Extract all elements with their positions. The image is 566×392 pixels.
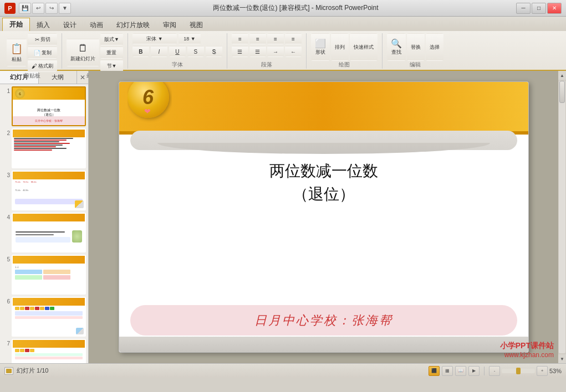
customize-button[interactable]: ▼ (59, 3, 71, 14)
zoom-slider-thumb (516, 368, 521, 374)
bullets-button[interactable]: ☰ (232, 46, 248, 57)
status-right: ⬛ ▦ 📖 ▶ - + 53% (429, 366, 562, 376)
align-center-button[interactable]: ≡ (249, 33, 266, 44)
font-label: 字体 (132, 61, 222, 69)
normal-view-button[interactable]: ⬛ (429, 366, 440, 376)
slide-img-4 (12, 213, 86, 252)
slides-list: 1 6 两位数减一位数（退位） 日月中心学校：张海帮 2 (0, 84, 88, 363)
outdent-button[interactable]: ← (285, 46, 302, 57)
numbering-button[interactable]: ☰ (249, 46, 266, 57)
slide-img-2 (12, 128, 86, 168)
slide4-mini-content (14, 221, 84, 251)
close-button[interactable]: ✕ (547, 3, 562, 14)
slide7-mini-content (14, 348, 84, 363)
ribbon-tabs: 开始 插入 设计 动画 幻灯片放映 审阅 视图 (0, 17, 566, 31)
underline-button[interactable]: U (169, 46, 186, 57)
slide-img-7 (12, 339, 86, 363)
tab-insert[interactable]: 插入 (30, 19, 57, 31)
italic-button[interactable]: I (151, 46, 167, 57)
cut-button[interactable]: ✂ 剪切 (28, 33, 57, 45)
new-slide-icon: 🗒 (78, 43, 88, 54)
tab-animation[interactable]: 动画 (83, 19, 110, 31)
replace-button[interactable]: 替换 (407, 33, 425, 61)
new-slide-button[interactable]: 🗒 新建幻灯片 (67, 39, 99, 66)
paste-button[interactable]: 📋 粘贴 (7, 39, 27, 66)
slide3-mini-content: 71-4= 72-5= 60-4= 71-4= 42-8= (14, 179, 84, 209)
slide-thumb-1[interactable]: 1 6 两位数减一位数（退位） 日月中心学校：张海帮 (2, 86, 86, 126)
reading-view-button[interactable]: 📖 (455, 366, 466, 376)
paste-icon: 📋 (11, 43, 23, 55)
zoom-control: - + 53% (489, 366, 562, 376)
layout-button[interactable]: 版式▼ (100, 33, 123, 45)
save-button[interactable]: 💾 (19, 3, 31, 14)
main-area: 幻灯片 大纲 ✕ 1 6 两位数减一位数（退位） 日月中心学校：张海帮 (0, 71, 566, 363)
slide-bottom-curve (119, 337, 528, 352)
minimize-button[interactable]: ─ (516, 3, 531, 14)
undo-button[interactable]: ↩ (32, 3, 44, 14)
slide-panel: 幻灯片 大纲 ✕ 1 6 两位数减一位数（退位） 日月中心学校：张海帮 (0, 71, 89, 363)
tab-design[interactable]: 设计 (57, 19, 83, 31)
section-button[interactable]: 节▼ (100, 60, 123, 72)
slide-title-line2: （退位） (119, 183, 528, 206)
tab-start[interactable]: 开始 (2, 18, 30, 31)
main-slide[interactable]: 🚀 6 ❤ 两位数减一位数 （退位） (119, 81, 529, 353)
drawing-buttons: ⬜ 形状 排列 快速样式 (311, 33, 378, 61)
slide-thumb-4[interactable]: 4 (2, 213, 86, 252)
tab-review[interactable]: 审阅 (156, 19, 183, 31)
zoom-in-button[interactable]: + (537, 366, 548, 376)
slide-thumb-3[interactable]: 3 71-4= 72-5= 60-4= 71-4= 42-8= (2, 171, 86, 210)
find-button[interactable]: 🔍 查找 (387, 33, 406, 61)
font-size-select[interactable]: 18 ▼ (179, 33, 201, 44)
slide-thumb-7[interactable]: 7 (2, 339, 86, 363)
editing-label: 编辑 (387, 61, 443, 69)
title-bar: P 💾 ↩ ↪ ▼ 两位数减一位数(退位) [兼容模式] - Microsoft… (0, 0, 566, 17)
reset-button[interactable]: 重置 (100, 47, 123, 59)
scroll-up-button[interactable]: ▲ (558, 71, 566, 80)
tab-view[interactable]: 视图 (183, 19, 210, 31)
slide2-mini-content (14, 137, 84, 167)
shadow-button[interactable]: S (206, 46, 222, 57)
maximize-button[interactable]: □ (532, 3, 546, 14)
slide-sorter-button[interactable]: ▦ (442, 366, 453, 376)
slide-thumb-6[interactable]: 6 (2, 297, 86, 337)
slideshow-button[interactable]: ▶ (468, 366, 480, 376)
copy-button[interactable]: 📄 复制 (28, 47, 57, 59)
justify-button[interactable]: ≡ (285, 33, 302, 44)
scroll-thumb[interactable] (559, 81, 565, 103)
slide-footer: 日月中心学校：张海帮 (130, 305, 517, 336)
find-icon: 🔍 (391, 38, 402, 49)
slide-info: 幻灯片 1/10 (17, 367, 48, 375)
align-right-button[interactable]: ≡ (267, 33, 284, 44)
zoom-out-button[interactable]: - (489, 366, 500, 376)
window-title: 两位数减一位数(退位) [兼容模式] - Microsoft PowerPoin… (75, 3, 516, 13)
format-painter-button[interactable]: 🖌 格式刷 (28, 60, 57, 72)
slide-img-3: 71-4= 72-5= 60-4= 71-4= 42-8= (12, 171, 86, 210)
indent-button[interactable]: → (267, 46, 284, 57)
select-button[interactable]: 选择 (426, 33, 443, 61)
align-left-button[interactable]: ≡ (232, 33, 248, 44)
strikethrough-button[interactable]: S (187, 46, 204, 57)
clipboard-label: 剪贴板 (7, 72, 57, 80)
font-family-select[interactable]: 宋体 ▼ (132, 33, 177, 44)
slide-num-6: 6 (2, 298, 10, 305)
slide-img-5: ↓↓ (12, 255, 86, 295)
slide-thumb-2[interactable]: 2 (2, 128, 86, 168)
slide-header: 🚀 6 ❤ (119, 82, 528, 135)
app-icon: P (4, 3, 16, 14)
slide-img-1: 6 两位数减一位数（退位） 日月中心学校：张海帮 (12, 86, 86, 126)
scroll-down-button[interactable]: ▼ (558, 354, 566, 363)
paragraph-label: 段落 (232, 61, 302, 69)
ribbon: 开始 插入 设计 动画 幻灯片放映 审阅 视图 📋 粘贴 ✂ 剪切 📄 复制 🖌… (0, 17, 566, 71)
zoom-slider[interactable] (502, 369, 535, 373)
tab-slideshow[interactable]: 幻灯片放映 (110, 19, 156, 31)
slide6-mini-content (14, 306, 84, 336)
bold-button[interactable]: B (132, 46, 149, 57)
shapes-button[interactable]: ⬜ 形状 (311, 33, 330, 61)
slide7-mini-header (13, 340, 85, 348)
arrange-button[interactable]: 排列 (331, 33, 349, 61)
quick-styles-button[interactable]: 快速样式 (350, 33, 378, 61)
slide5-mini-header (13, 256, 85, 264)
redo-button[interactable]: ↪ (45, 3, 58, 14)
slide2-mini-header (13, 130, 85, 137)
slide-thumb-5[interactable]: 5 ↓↓ (2, 255, 86, 295)
